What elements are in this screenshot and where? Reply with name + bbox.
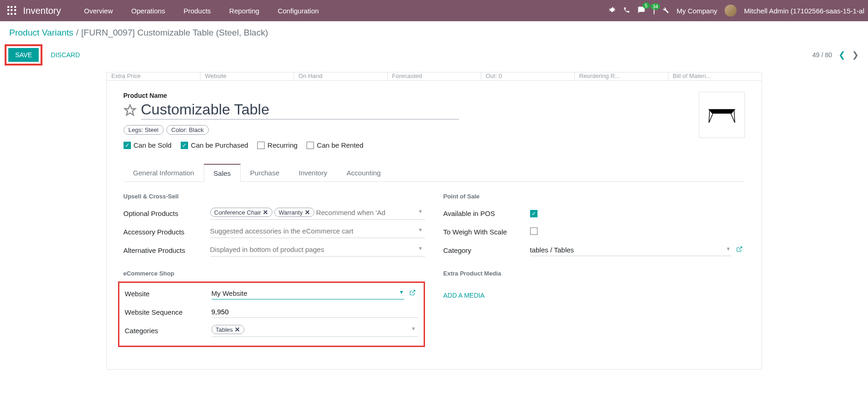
user-name[interactable]: Mitchell Admin (17102566-saas-15-1-al (744, 7, 864, 15)
pager-next-icon[interactable]: ❯ (852, 50, 859, 60)
website-select[interactable]: My Website ▼ (212, 287, 404, 299)
nav-configuration[interactable]: Configuration (268, 1, 328, 20)
tab-sales[interactable]: Sales (204, 164, 241, 182)
accessory-products-text[interactable] (210, 227, 425, 235)
user-avatar[interactable] (725, 5, 737, 17)
optional-products-input[interactable]: Conference Chair✕ Warranty✕ ▼ (210, 207, 425, 220)
save-highlight: SAVE (5, 44, 42, 66)
tag-conference-chair[interactable]: Conference Chair✕ (210, 208, 273, 217)
nav-menu: Overview Operations Products Reporting C… (75, 1, 328, 20)
upsell-section-title: Upsell & Cross-Sell (124, 193, 425, 200)
save-button[interactable]: SAVE (8, 48, 39, 62)
tab-purchase[interactable]: Purchase (241, 164, 289, 181)
tab-accounting[interactable]: Accounting (337, 164, 390, 181)
optional-products-label: Optional Products (124, 209, 210, 217)
optional-products-text[interactable] (316, 209, 425, 216)
form-sheet: Extra Price Website On Hand Forecasted O… (106, 72, 762, 370)
website-sequence-label: Website Sequence (125, 308, 212, 316)
external-link-icon[interactable] (409, 290, 416, 297)
tab-inventory[interactable]: Inventory (289, 164, 337, 181)
product-image[interactable] (699, 92, 745, 138)
activities-badge: 34 (650, 3, 660, 10)
stat-website[interactable]: Website (200, 72, 294, 80)
wrench-icon[interactable] (662, 6, 669, 15)
external-link-icon[interactable] (736, 246, 743, 254)
pager-count: 49 / 80 (812, 51, 832, 59)
remove-tag-icon[interactable]: ✕ (263, 209, 268, 216)
pos-weigh-checkbox[interactable] (530, 227, 537, 235)
svg-line-7 (739, 247, 742, 250)
svg-marker-1 (708, 109, 735, 114)
company-selector[interactable]: My Company (677, 7, 717, 15)
chevron-down-icon[interactable]: ▼ (726, 246, 731, 251)
can-be-purchased-checkbox[interactable]: ✓ (181, 142, 188, 149)
remove-tag-icon[interactable]: ✕ (305, 209, 310, 216)
can-be-rented-checkbox[interactable] (307, 142, 314, 149)
svg-marker-0 (124, 105, 135, 115)
svg-line-6 (412, 290, 415, 293)
remove-tag-icon[interactable]: ✕ (235, 326, 240, 333)
nav-overview[interactable]: Overview (75, 1, 122, 20)
nav-operations[interactable]: Operations (122, 1, 174, 20)
nav-reporting[interactable]: Reporting (220, 1, 268, 20)
chevron-down-icon[interactable]: ▼ (399, 289, 404, 295)
activities-icon[interactable]: 34 (653, 7, 655, 14)
stat-forecasted[interactable]: Forecasted (387, 72, 481, 80)
product-name-label: Product Name (124, 92, 690, 99)
discard-button[interactable]: DISCARD (44, 48, 86, 61)
table-icon (705, 105, 738, 125)
ecommerce-section-title: eCommerce Shop (124, 270, 425, 277)
stat-bom[interactable]: Bill of Materi... (668, 72, 762, 80)
nav-products[interactable]: Products (174, 1, 220, 20)
add-media-button[interactable]: ADD A MEDIA (443, 289, 484, 302)
pos-available-label: Available in POS (443, 209, 530, 217)
stat-extra-price[interactable]: Extra Price (107, 72, 200, 80)
breadcrumb-parent[interactable]: Product Variants (9, 28, 73, 38)
messages-icon[interactable]: 5 (638, 6, 645, 15)
can-be-sold-checkbox[interactable]: ✓ (124, 142, 131, 149)
pos-available-checkbox[interactable]: ✓ (530, 210, 537, 217)
pos-category-label: Category (443, 246, 530, 254)
accessory-products-input[interactable]: ▼ (210, 225, 425, 238)
messages-badge: 5 (643, 2, 650, 9)
breadcrumb: Product Variants / [FURN_0097] Customiza… (0, 21, 868, 42)
alternative-products-input[interactable]: ▼ (210, 244, 425, 257)
website-label: Website (125, 290, 212, 298)
pos-category-select[interactable]: tables / Tables ▼ (530, 244, 731, 256)
favorite-star-icon[interactable] (124, 104, 136, 117)
apps-icon[interactable] (7, 6, 17, 15)
tag-warranty[interactable]: Warranty✕ (274, 208, 314, 217)
pager-prev-icon[interactable]: ❮ (838, 50, 845, 60)
can-be-sold-label: Can be Sold (134, 141, 172, 149)
can-be-purchased-label: Can be Purchased (191, 141, 248, 149)
breadcrumb-separator: / (76, 28, 78, 38)
stat-on-hand[interactable]: On Hand (294, 72, 387, 80)
tab-general[interactable]: General Information (124, 164, 204, 181)
chevron-down-icon[interactable]: ▼ (418, 227, 423, 233)
alternative-products-label: Alternative Products (124, 246, 210, 254)
product-name-input[interactable] (141, 101, 459, 120)
chevron-down-icon[interactable]: ▼ (411, 326, 416, 331)
stat-button-bar: Extra Price Website On Hand Forecasted O… (107, 72, 762, 81)
chevron-down-icon[interactable]: ▼ (418, 209, 423, 214)
pager: 49 / 80 ❮ ❯ (812, 50, 859, 60)
alternative-products-text[interactable] (210, 245, 425, 253)
stat-out[interactable]: Out: 0 (481, 72, 574, 80)
website-sequence-input[interactable] (212, 306, 418, 318)
stat-reordering[interactable]: Reordering R... (574, 72, 668, 80)
categories-input[interactable]: Tables✕ ▼ (212, 324, 418, 337)
action-bar: SAVE DISCARD 49 / 80 ❮ ❯ (0, 42, 868, 72)
bug-icon[interactable] (608, 6, 616, 15)
app-brand[interactable]: Inventory (23, 6, 61, 16)
tag-tables[interactable]: Tables✕ (212, 325, 245, 334)
pos-section-title: Point of Sale (443, 193, 745, 200)
breadcrumb-current: [FURN_0097] Customizable Table (Steel, B… (81, 28, 268, 38)
can-be-rented-label: Can be Rented (317, 141, 363, 149)
phone-icon[interactable] (623, 6, 630, 15)
variant-tag-legs: Legs: Steel (124, 125, 164, 135)
sales-tab-content: Upsell & Cross-Sell Optional Products Co… (124, 182, 745, 358)
recurring-checkbox[interactable] (257, 142, 265, 149)
chevron-down-icon[interactable]: ▼ (418, 245, 423, 251)
accessory-products-label: Accessory Products (124, 228, 210, 236)
form-tabs: General Information Sales Purchase Inven… (124, 164, 745, 182)
